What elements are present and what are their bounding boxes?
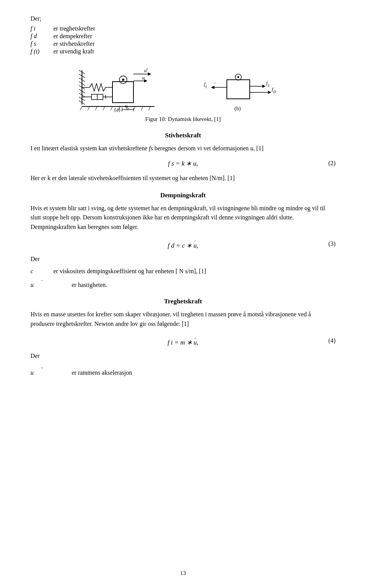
figure-b-svg: fI − fS fD (b) <box>204 63 288 112</box>
figure-caption-text: Figur 10: Dynamisk likevekt, [1] <box>145 116 221 122</box>
stivhetskraft-text1: I ett lineært elastisk system kan stivhe… <box>30 144 336 153</box>
header-der: Der; <box>30 15 336 22</box>
symbol-fi: f i <box>30 25 53 32</box>
treghetskraft-def-uddot: ··u er rammens akselerasjon <box>30 365 336 376</box>
svg-text:(a): (a) <box>114 107 120 112</box>
svg-point-21 <box>122 79 124 81</box>
dempningskraft-def-udot: ·u er hastigheten. <box>30 278 336 288</box>
svg-line-35 <box>141 106 143 110</box>
svg-text:ut: ut <box>144 67 148 74</box>
svg-line-34 <box>133 106 135 110</box>
svg-text:(b): (b) <box>234 106 241 112</box>
stivhetskraft-text2: Her er k er den laterale stivehetskoeffi… <box>30 174 336 183</box>
dempningskraft-text1: Hvis et system blir satt i sving, og det… <box>30 204 336 232</box>
treghetskraft-formula-text: f i = m ∗ ··u , <box>167 335 198 346</box>
def-row-ft: f (t) er utvendig kraft <box>30 48 336 55</box>
page-number: 13 <box>0 570 366 577</box>
treghetskraft-text1: Hvis en masse utsettes for krefter som s… <box>30 310 336 329</box>
treghetskraft-der-block: Der ··u er rammens akselerasjon <box>30 353 336 377</box>
figure-b: fI − fS fD (b) <box>204 63 288 112</box>
def-row-fd: f d er dempekrefter <box>30 33 336 40</box>
figure-a-svg: ut u ug (a) <box>78 63 189 112</box>
treghetskraft-der-label-row: Der <box>30 353 336 359</box>
symbol-fs: f s <box>30 40 53 47</box>
def-fs-text: er stivhetskrefter <box>53 40 95 47</box>
dempningskraft-section: Dempningskraft Hvis et system blir satt … <box>30 192 336 289</box>
dempningskraft-heading: Dempningskraft <box>30 192 336 199</box>
stivhetskraft-formula: f s = k ∗ u, (2) <box>30 159 336 168</box>
svg-line-27 <box>80 106 82 110</box>
dempningskraft-der-text: Der <box>30 256 40 263</box>
svg-text:fI: fI <box>204 81 207 89</box>
dempningskraft-def-c: c er viskositets dempingskoeffisient og … <box>30 268 336 275</box>
symbol-udot: ·u <box>30 278 53 288</box>
svg-rect-19 <box>112 82 133 103</box>
svg-line-31 <box>111 106 112 110</box>
dempningskraft-formula-text: f d = c ∗ ·u , <box>168 238 198 250</box>
stivhetskraft-heading: Stivhetskraft <box>30 132 336 139</box>
treghetskraft-formula-number: (4) <box>328 337 336 344</box>
symbol-c: c <box>30 268 53 275</box>
dempningskraft-formula: f d = c ∗ ·u , (3) <box>30 238 336 250</box>
def-row-fi: f i er treghetskrefter <box>30 25 336 32</box>
svg-text:ug: ug <box>125 103 129 110</box>
dempningskraft-der-block: Der c er viskositets dempingskoeffisient… <box>30 256 336 289</box>
treghetskraft-section: Treghetskraft Hvis en masse utsettes for… <box>30 298 336 377</box>
figure-area: ut u ug (a) <box>30 63 336 112</box>
stivhetskraft-formula-text: f s = k ∗ u, <box>168 159 198 168</box>
def-row-fs: f s er stivhetskrefter <box>30 40 336 47</box>
def-ft-text: er utvendig kraft <box>53 48 94 55</box>
svg-text:−: − <box>214 81 216 85</box>
svg-text:fD: fD <box>272 86 276 94</box>
figure-a: ut u ug (a) <box>78 63 189 112</box>
symbol-fd: f d <box>30 33 53 40</box>
treghetskraft-heading: Treghetskraft <box>30 298 336 305</box>
svg-line-30 <box>103 106 105 110</box>
definitions-list: f i er treghetskrefter f d er dempekreft… <box>30 25 336 55</box>
header-der-text: Der; <box>30 15 41 22</box>
svg-point-51 <box>238 76 239 78</box>
symbol-uddot: ··u <box>30 365 53 376</box>
symbol-ft: f (t) <box>30 48 53 55</box>
dempningskraft-formula-number: (3) <box>328 240 336 247</box>
svg-rect-42 <box>227 80 250 99</box>
treghetskraft-der-text: Der <box>30 353 40 359</box>
def-fi-text: er treghetskrefter <box>53 25 95 32</box>
svg-line-36 <box>149 106 151 110</box>
dempningskraft-der-label: Der <box>30 256 336 263</box>
svg-text:fS: fS <box>266 80 270 88</box>
stivhetskraft-section: Stivhetskraft I ett lineært elastisk sys… <box>30 132 336 183</box>
figure-caption: Figur 10: Dynamisk likevekt, [1] <box>30 116 336 122</box>
def-udot-text: er hastigheten. <box>72 282 107 288</box>
def-uddot-text: er rammens akselerasjon <box>72 369 132 376</box>
def-fd-text: er dempekrefter <box>53 33 92 40</box>
svg-text:u: u <box>142 75 145 81</box>
stivhetskraft-formula-number: (2) <box>328 160 336 167</box>
svg-line-28 <box>88 106 90 110</box>
def-c-text: er viskositets dempingskoeffisient og ha… <box>53 268 206 275</box>
treghetskraft-formula: f i = m ∗ ··u , (4) <box>30 335 336 346</box>
svg-line-29 <box>95 106 97 110</box>
